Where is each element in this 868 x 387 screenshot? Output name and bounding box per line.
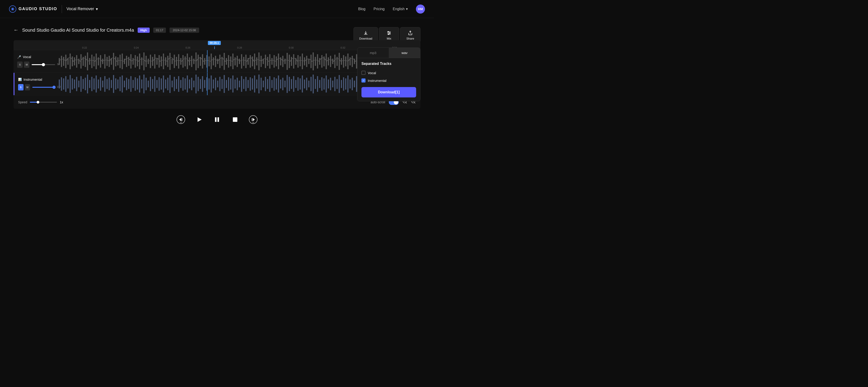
avatar[interactable]: HM: [416, 4, 425, 13]
svg-rect-115: [289, 55, 290, 68]
instrumental-accent: [13, 73, 14, 95]
language-label: English: [393, 7, 405, 11]
stop-icon: [230, 115, 240, 124]
share-icon: [408, 31, 413, 35]
instrumental-playhead: [207, 73, 208, 95]
svg-rect-285: [295, 80, 296, 88]
svg-rect-261: [243, 79, 244, 89]
separated-tracks-title: Separated Tracks: [362, 62, 416, 66]
svg-rect-309: [347, 76, 348, 92]
svg-rect-255: [230, 79, 231, 90]
svg-rect-195: [100, 77, 101, 91]
pause-icon: [213, 115, 221, 124]
svg-rect-301: [330, 78, 331, 90]
svg-rect-85: [224, 53, 225, 70]
svg-rect-98: [252, 57, 253, 66]
svg-rect-136: [334, 55, 336, 68]
svg-rect-89: [232, 54, 234, 69]
instrumental-solo-button[interactable]: S: [18, 84, 24, 90]
svg-rect-92: [239, 59, 240, 64]
svg-marker-352: [197, 117, 202, 122]
tool-name: Vocal Remover: [66, 6, 94, 11]
header-left: GAUDIO STUDIO Vocal Remover ▾: [9, 5, 98, 13]
stop-button[interactable]: [230, 114, 241, 125]
svg-rect-242: [202, 76, 203, 92]
svg-rect-28: [100, 55, 101, 67]
svg-rect-284: [293, 76, 294, 92]
svg-rect-90: [235, 57, 236, 65]
instrumental-volume-slider[interactable]: [32, 87, 55, 88]
svg-rect-124: [308, 59, 309, 64]
speed-slider[interactable]: [30, 102, 57, 102]
svg-rect-192: [94, 79, 95, 90]
tool-selector[interactable]: Vocal Remover ▾: [66, 6, 98, 11]
svg-rect-15: [72, 57, 73, 66]
svg-rect-78: [209, 57, 210, 66]
playback-controls: 10 10: [13, 109, 421, 130]
back-button[interactable]: ←: [13, 27, 19, 33]
svg-rect-67: [185, 57, 186, 66]
svg-rect-103: [263, 59, 264, 64]
svg-rect-101: [258, 53, 259, 70]
svg-rect-93: [241, 54, 242, 68]
svg-rect-258: [237, 78, 238, 90]
svg-rect-281: [287, 75, 288, 93]
svg-rect-126: [313, 53, 314, 70]
language-selector[interactable]: English ▾: [393, 7, 408, 11]
svg-rect-220: [154, 76, 155, 92]
svg-rect-209: [130, 76, 131, 92]
svg-rect-282: [289, 77, 290, 91]
rewind-icon: 10: [176, 115, 185, 124]
forward-button[interactable]: 10: [248, 114, 258, 125]
svg-rect-251: [221, 79, 223, 89]
svg-rect-227: [169, 75, 170, 93]
svg-rect-304: [337, 79, 338, 89]
svg-rect-238: [193, 81, 194, 88]
chevron-down-icon: ▾: [406, 7, 408, 11]
vocal-mute-button[interactable]: M: [24, 61, 29, 68]
svg-rect-20: [83, 57, 84, 66]
vocal-checkbox[interactable]: [362, 71, 366, 75]
svg-rect-180: [67, 80, 68, 89]
svg-rect-97: [250, 55, 251, 67]
svg-rect-199: [109, 78, 110, 90]
format-tab-wav[interactable]: wav: [389, 48, 420, 58]
svg-rect-276: [276, 79, 277, 90]
svg-rect-266: [254, 76, 255, 92]
svg-rect-300: [328, 80, 329, 89]
instrumental-mute-button[interactable]: M: [25, 84, 30, 90]
svg-rect-295: [317, 76, 318, 92]
logo[interactable]: GAUDIO STUDIO: [9, 5, 57, 13]
nav-blog-link[interactable]: Blog: [358, 7, 366, 11]
svg-rect-113: [284, 59, 285, 64]
svg-rect-144: [352, 56, 353, 67]
rewind-button[interactable]: 10: [176, 114, 186, 125]
svg-rect-203: [117, 80, 119, 89]
svg-rect-114: [287, 53, 288, 70]
svg-rect-19: [81, 54, 82, 68]
svg-rect-104: [265, 55, 266, 68]
svg-rect-185: [78, 81, 79, 88]
svg-rect-123: [306, 56, 307, 67]
svg-rect-16: [74, 57, 75, 65]
svg-rect-47: [141, 57, 143, 65]
download-action-button[interactable]: Download[1]: [362, 87, 416, 97]
svg-rect-31: [106, 57, 107, 66]
svg-text:10: 10: [180, 122, 182, 123]
svg-rect-196: [102, 81, 103, 88]
svg-rect-310: [349, 80, 350, 89]
nav-pricing-link[interactable]: Pricing: [374, 7, 385, 11]
pause-button[interactable]: [212, 114, 222, 125]
svg-rect-206: [124, 81, 125, 88]
play-button[interactable]: [193, 114, 204, 125]
svg-rect-122: [304, 57, 305, 65]
speed-slider-thumb: [37, 101, 39, 103]
vocal-solo-button[interactable]: S: [17, 61, 23, 68]
instrumental-checkbox[interactable]: [362, 79, 366, 83]
svg-rect-221: [156, 80, 158, 88]
svg-rect-215: [143, 75, 145, 93]
svg-rect-69: [189, 57, 190, 65]
svg-rect-48: [143, 53, 145, 70]
vocal-volume-thumb: [42, 63, 45, 66]
format-tab-mp3[interactable]: mp3: [358, 48, 389, 58]
